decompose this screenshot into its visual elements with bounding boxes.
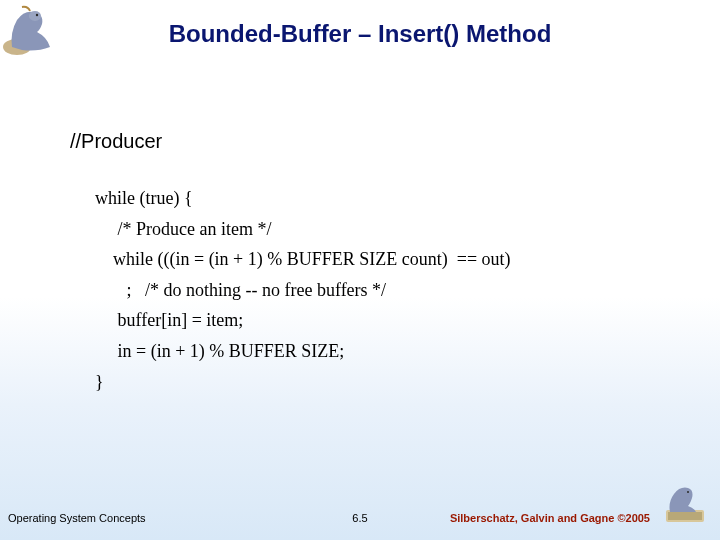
code-line: } — [95, 367, 511, 398]
section-label: //Producer — [70, 130, 511, 153]
code-line: while (((in = (in + 1) % BUFFER SIZE cou… — [95, 244, 511, 275]
code-line: in = (in + 1) % BUFFER SIZE; — [95, 336, 511, 367]
code-line: buffer[in] = item; — [95, 305, 511, 336]
svg-rect-4 — [668, 512, 702, 520]
code-line: while (true) { — [95, 183, 511, 214]
footer-copyright: Silberschatz, Galvin and Gagne ©2005 — [450, 512, 650, 524]
code-line: ; /* do nothing -- no free buffers */ — [95, 275, 511, 306]
code-block: while (true) { /* Produce an item */ whi… — [95, 183, 511, 397]
svg-point-2 — [36, 14, 38, 16]
code-line: /* Produce an item */ — [95, 214, 511, 245]
slide-content: //Producer while (true) { /* Produce an … — [70, 130, 511, 397]
svg-point-5 — [687, 491, 689, 493]
dinosaur-logo-bottom — [658, 480, 708, 525]
slide-title: Bounded-Buffer – Insert() Method — [0, 20, 720, 48]
